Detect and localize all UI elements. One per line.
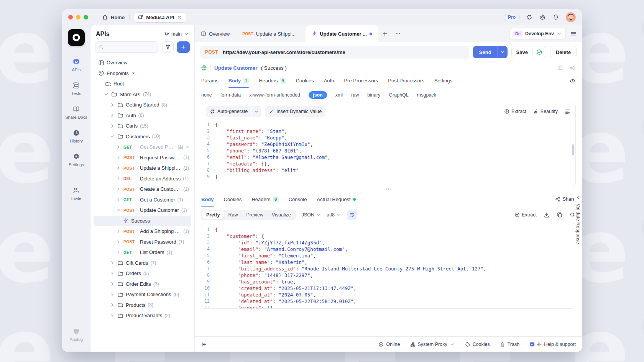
auto-generate-options[interactable]	[252, 106, 261, 117]
new-tab-button[interactable]	[378, 25, 391, 42]
caret-down-icon[interactable]	[132, 72, 135, 75]
tree-item-reset-password[interactable]: POSTReset Password(1)	[94, 237, 191, 247]
chevron-right-icon[interactable]	[110, 271, 115, 276]
body-type-binary[interactable]: binary	[367, 92, 380, 98]
collapse-sidebar-icon[interactable]	[201, 341, 207, 347]
chevron-down-icon[interactable]	[116, 208, 121, 213]
tree-item-product-variants[interactable]: Product Variants(2)	[94, 310, 191, 321]
tree-item-payment-collections[interactable]: Payment Collections(6)	[94, 289, 191, 300]
more-tabs-button[interactable]	[391, 25, 404, 42]
delete-button[interactable]: Delete	[550, 46, 577, 58]
tree-item-auth[interactable]: Auth(6)	[94, 110, 191, 121]
editor-scrollbar-thumb[interactable]	[572, 144, 574, 155]
delete-label[interactable]: Delete	[550, 49, 576, 55]
tree-item-store-api[interactable]: Store API(74)	[94, 89, 191, 100]
project-tab-medusa-api[interactable]: Medusa API	[134, 13, 186, 22]
tree-item-orders[interactable]: Orders(5)	[94, 268, 191, 279]
validate-response-strip[interactable]: Validate Response	[574, 192, 582, 313]
online-status[interactable]: Online	[378, 342, 400, 347]
search-input[interactable]	[106, 44, 155, 50]
bell-icon[interactable]	[552, 14, 559, 21]
tree-item-order-edits[interactable]: Order Edits(3)	[94, 279, 191, 290]
save-label[interactable]: Save	[512, 49, 532, 55]
rail-item-tests[interactable]: Tests	[63, 77, 89, 100]
send-button[interactable]: Send	[473, 46, 508, 58]
home-tab[interactable]: Home	[102, 14, 125, 20]
chevron-right-icon[interactable]	[110, 292, 115, 297]
chevron-right-icon[interactable]	[116, 239, 121, 244]
relation-graph-icon[interactable]	[570, 65, 576, 71]
tree-item-products[interactable]: Products(3)	[94, 300, 191, 311]
auto-generate-button[interactable]: Auto-generate	[206, 106, 251, 117]
tree-item-update-customer[interactable]: POSTUpdate Customer(1)	[94, 205, 191, 216]
tab-params[interactable]: Params	[201, 74, 219, 88]
encoding-dropdown[interactable]: utf8	[327, 212, 342, 218]
tree-item-create-a-customer[interactable]: POSTCreate a Customer(1)	[94, 184, 191, 195]
response-tab-cookies[interactable]: Cookies	[224, 192, 242, 207]
copy-icon[interactable]	[557, 212, 563, 218]
gear-icon[interactable]	[539, 14, 546, 21]
request-json-code[interactable]: 1{2 "first_name": "Stan",3 "last_name": …	[201, 120, 575, 186]
chevron-right-icon[interactable]	[116, 176, 121, 181]
chevron-right-icon[interactable]	[116, 197, 121, 202]
send-options-chevron[interactable]	[498, 46, 508, 58]
workspace-logo[interactable]	[68, 29, 85, 46]
tab-settings[interactable]: Settings	[434, 74, 452, 88]
tree-item-getting-started[interactable]: Getting Started(8)	[94, 100, 191, 110]
extract-button[interactable]: Extract	[504, 109, 526, 114]
tab-body[interactable]: Body1	[228, 74, 249, 88]
download-icon[interactable]	[544, 212, 550, 218]
close-window-button[interactable]	[68, 15, 73, 20]
view-pretty[interactable]: Pretty	[202, 211, 224, 219]
tree-item-root[interactable]: Root	[94, 79, 191, 89]
rail-item-apis[interactable]: APIs	[63, 53, 89, 77]
tab-auth[interactable]: Auth	[324, 74, 334, 88]
chevron-right-icon[interactable]	[110, 260, 115, 265]
help-and-support[interactable]: Help & support	[529, 342, 576, 347]
layout-menu-icon[interactable]	[570, 31, 577, 37]
chevron-right-icon[interactable]	[110, 113, 115, 118]
endpoint-name-link[interactable]: Update Customer	[214, 65, 258, 71]
tree-item-customers[interactable]: Customers(10)	[94, 131, 191, 142]
insert-dynamic-value-button[interactable]: Insert Dynamic Value	[265, 106, 325, 117]
system-proxy-selector[interactable]: System Proxy	[410, 342, 455, 347]
response-tab-body[interactable]: Body	[201, 192, 214, 207]
body-type-graphql[interactable]: GraphQL	[389, 92, 408, 98]
panel-resize-handle[interactable]	[195, 186, 582, 192]
tab-pre-processors[interactable]: Pre Processors	[344, 74, 378, 88]
body-type-xml[interactable]: xml	[335, 92, 343, 98]
tab-overview[interactable]: Overview	[195, 25, 236, 42]
chevron-right-icon[interactable]	[116, 229, 121, 234]
save-button[interactable]: Save	[511, 46, 546, 58]
tree-item-request-password-r[interactable]: POSTRequest Password R...(1)	[94, 152, 191, 163]
word-wrap-toggle[interactable]	[347, 210, 357, 220]
tab-update-customer-active[interactable]: Update Customer ...	[306, 25, 378, 42]
unlink-icon[interactable]	[557, 65, 564, 71]
chevron-right-icon[interactable]	[116, 250, 121, 255]
tree-item-success[interactable]: Success	[94, 216, 191, 226]
tree-item-endpoints[interactable]: Endpoints	[94, 68, 191, 79]
search-box[interactable]	[95, 41, 159, 53]
tab-headers[interactable]: Headers9	[259, 74, 286, 88]
response-tab-actual-request[interactable]: Actual Request	[317, 192, 355, 207]
tree-item-delete-an-address[interactable]: DELDelete an Address(1)	[94, 174, 191, 184]
send-label[interactable]: Send	[473, 46, 498, 58]
chevron-right-icon[interactable]	[116, 155, 121, 160]
tab-update-shipping[interactable]: POST Update a Shippi...	[236, 25, 302, 42]
tree-item-overview[interactable]: Overview	[94, 57, 191, 68]
sync-icon[interactable]	[526, 14, 532, 20]
beautify-button[interactable]: Beautify	[533, 109, 558, 114]
body-type-urlencoded[interactable]: x-www-form-urlencoded	[249, 92, 300, 98]
branch-selector[interactable]: main	[164, 31, 189, 37]
chevron-right-icon[interactable]	[110, 123, 115, 129]
format-dropdown[interactable]: JSON	[302, 212, 321, 218]
tree-item-carts[interactable]: Carts(15)	[94, 121, 191, 131]
close-tab-icon[interactable]	[177, 15, 182, 20]
response-extract-button[interactable]: Extract	[514, 212, 537, 218]
body-type-raw[interactable]: raw	[351, 92, 359, 98]
body-type-form-data[interactable]: form-data	[220, 92, 241, 98]
chevron-right-icon[interactable]	[110, 102, 115, 108]
user-avatar[interactable]	[566, 12, 576, 22]
share-button[interactable]: Share	[555, 197, 575, 202]
tab-post-processors[interactable]: Post Processors	[388, 74, 424, 88]
